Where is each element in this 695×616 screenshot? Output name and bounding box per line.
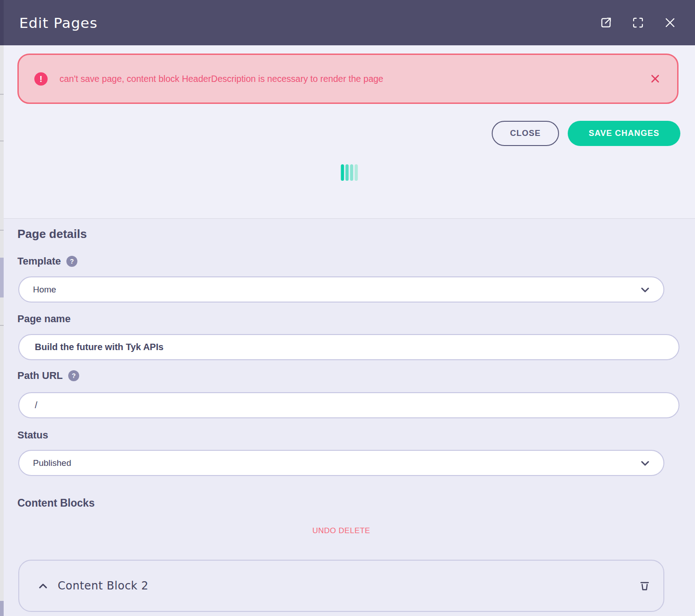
header-icons — [599, 0, 677, 45]
save-changes-button[interactable]: SAVE CHANGES — [568, 121, 680, 146]
template-select-value: Home — [33, 285, 56, 295]
loading-indicator — [341, 164, 358, 181]
background-page-edge-segment — [0, 601, 4, 616]
chevron-up-icon[interactable] — [37, 579, 49, 592]
close-button[interactable]: CLOSE — [492, 121, 559, 146]
content-block-panel: Content Block 2 — [18, 560, 664, 612]
loader-bar — [346, 164, 349, 181]
background-page-divider — [0, 325, 4, 326]
background-page-divider — [0, 94, 4, 95]
loader-bar — [350, 164, 353, 181]
background-page-edge — [0, 0, 4, 616]
chevron-down-icon — [639, 283, 652, 296]
path-url-label: Path URL ? — [17, 370, 79, 382]
open-in-new-window-icon[interactable] — [599, 16, 613, 30]
status-label: Status — [17, 429, 48, 441]
background-page-edge-segment — [0, 258, 4, 297]
exclamation-icon: ! — [34, 72, 48, 86]
modal-header: Edit Pages — [4, 0, 695, 45]
page-details-section: Page details Template ? Home Page name P… — [4, 219, 695, 616]
loader-bar — [355, 164, 358, 181]
alert-close-icon[interactable] — [649, 72, 662, 85]
status-select-value: Published — [33, 458, 71, 468]
modal-action-section: ! can't save page, content block HeaderD… — [4, 45, 695, 219]
close-icon[interactable] — [663, 16, 677, 30]
template-select[interactable]: Home — [18, 276, 664, 303]
content-block-title: Content Block 2 — [58, 579, 148, 592]
background-page-divider — [0, 230, 4, 231]
undo-delete-link[interactable]: UNDO DELETE — [312, 526, 370, 535]
path-url-input[interactable] — [18, 392, 679, 418]
edit-pages-modal: Edit Pages ! can't save page, content bl… — [4, 0, 695, 616]
template-label: Template ? — [17, 255, 77, 267]
status-select[interactable]: Published — [18, 450, 664, 476]
help-icon[interactable]: ? — [68, 370, 79, 381]
trash-icon[interactable] — [638, 579, 652, 593]
loader-bar — [341, 164, 344, 181]
page-name-label: Page name — [17, 313, 71, 325]
chevron-down-icon — [639, 457, 652, 470]
error-alert: ! can't save page, content block HeaderD… — [17, 54, 679, 104]
page-name-input[interactable] — [18, 334, 679, 360]
modal-title: Edit Pages — [19, 15, 98, 31]
content-blocks-title: Content Blocks — [17, 497, 95, 509]
undo-delete-wrap: UNDO DELETE — [18, 526, 664, 535]
help-icon[interactable]: ? — [66, 256, 77, 267]
action-buttons: CLOSE SAVE CHANGES — [492, 121, 680, 146]
error-alert-message: can't save page, content block HeaderDes… — [60, 74, 383, 84]
page-details-title: Page details — [17, 227, 87, 241]
background-page-divider — [0, 140, 4, 141]
fullscreen-icon[interactable] — [631, 16, 645, 30]
background-page-edge-segment — [0, 0, 4, 45]
